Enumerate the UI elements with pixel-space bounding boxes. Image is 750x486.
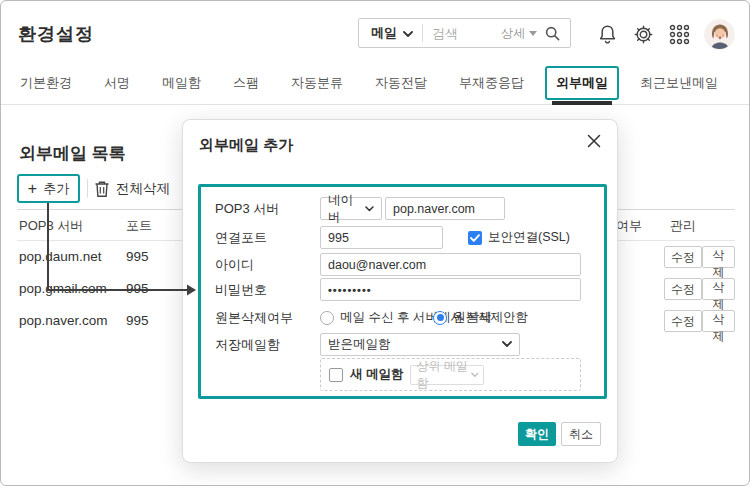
gear-icon xyxy=(633,24,654,45)
chevron-down-icon xyxy=(365,206,374,212)
confirm-button[interactable]: 확인 xyxy=(518,422,556,446)
form-highlight-box: POP3 서버 네이버 연결포트 보안연결(SSL) xyxy=(198,184,607,399)
parent-mailbox-value: 상위 메일함 xyxy=(416,358,470,392)
tab-recent-sent[interactable]: 최근보낸메일 xyxy=(629,66,729,100)
tab-away-reply[interactable]: 부재중응답 xyxy=(448,66,535,100)
advanced-search-label: 상세 xyxy=(501,25,525,42)
mailbox-value: 받은메일함 xyxy=(328,336,391,353)
search-button[interactable] xyxy=(537,26,570,41)
chevron-down-icon xyxy=(403,24,413,42)
edit-button[interactable]: 수정 xyxy=(664,278,702,300)
cell-server: pop.gmail.com xyxy=(19,273,107,305)
tab-mailbox[interactable]: 메일함 xyxy=(151,66,212,100)
add-button-label: 추가 xyxy=(43,180,69,198)
close-icon xyxy=(587,134,601,148)
page-title: 환경설정 xyxy=(18,22,94,46)
id-field-wrap xyxy=(320,253,581,276)
tab-basic[interactable]: 기본환경 xyxy=(9,66,83,100)
server-host-field-wrap xyxy=(385,197,505,220)
tab-spam[interactable]: 스팸 xyxy=(222,66,270,100)
trash-icon xyxy=(94,180,110,198)
cancel-button[interactable]: 취소 xyxy=(561,422,601,446)
id-label: 아이디 xyxy=(215,253,254,276)
cell-port: 995 xyxy=(126,305,149,337)
advanced-search-toggle[interactable]: 상세 xyxy=(501,25,537,42)
divider xyxy=(87,179,88,198)
mailbox-select[interactable]: 받은메일함 xyxy=(320,333,520,356)
user-avatar[interactable] xyxy=(704,19,735,50)
delete-all-button[interactable]: 전체삭제 xyxy=(94,179,170,199)
tab-external-mail[interactable]: 외부메일 xyxy=(545,66,619,100)
list-title: 외부메일 목록 xyxy=(19,142,126,165)
edit-button[interactable]: 수정 xyxy=(664,246,702,268)
notifications-button[interactable] xyxy=(595,22,619,46)
apps-grid-icon xyxy=(669,24,690,45)
plus-icon: + xyxy=(28,181,37,197)
mailbox-label: 저장메일함 xyxy=(215,333,280,356)
cell-port: 995 xyxy=(126,273,149,305)
avatar-image xyxy=(705,20,735,50)
tab-signature[interactable]: 서명 xyxy=(93,66,141,100)
port-label: 연결포트 xyxy=(215,226,267,249)
new-mailbox-area: 새 메일함 상위 메일함 xyxy=(320,358,581,391)
password-field-wrap xyxy=(320,278,581,301)
radio-unselected-icon xyxy=(320,311,334,325)
add-button[interactable]: + 추가 xyxy=(17,174,80,203)
tab-auto-forward[interactable]: 자동전달 xyxy=(364,66,438,100)
add-external-mail-modal: 외부메일 추가 POP3 서버 네이버 연결포트 xyxy=(182,119,618,463)
settings-page: 환경설정 메일 상세 xyxy=(0,0,750,486)
ssl-label: 보안연결(SSL) xyxy=(488,229,570,246)
tab-auto-sort[interactable]: 자동분류 xyxy=(280,66,354,100)
server-host-input[interactable] xyxy=(386,198,504,219)
radio-keep-original[interactable]: 원본삭제안함 xyxy=(433,306,528,329)
search-scope-select[interactable]: 메일 xyxy=(359,24,422,42)
password-input[interactable] xyxy=(321,279,580,300)
new-mailbox-label: 새 메일함 xyxy=(350,366,403,383)
radio-keep-original-label: 원본삭제안함 xyxy=(453,309,528,326)
apps-button[interactable] xyxy=(668,22,692,46)
cell-server: pop.naver.com xyxy=(19,305,108,337)
caret-down-icon xyxy=(529,31,537,36)
delete-all-label: 전체삭제 xyxy=(116,180,170,198)
id-input[interactable] xyxy=(321,254,580,275)
delete-button[interactable]: 삭제 xyxy=(702,310,735,332)
close-button[interactable] xyxy=(584,131,604,151)
cell-port: 995 xyxy=(126,241,149,273)
delete-button[interactable]: 삭제 xyxy=(702,278,735,300)
search-input[interactable] xyxy=(423,26,501,41)
new-mailbox-checkbox[interactable] xyxy=(329,368,343,382)
search-bar: 메일 상세 xyxy=(358,18,571,48)
checkbox-checked-icon xyxy=(468,231,482,245)
modal-actions: 확인 취소 xyxy=(518,422,601,446)
parent-mailbox-select[interactable]: 상위 메일함 xyxy=(410,365,484,385)
column-header-manage: 관리 xyxy=(670,210,696,242)
radio-selected-icon xyxy=(433,311,447,325)
settings-tabs: 기본환경 서명 메일함 스팸 자동분류 자동전달 부재중응답 외부메일 최근보낸… xyxy=(1,61,750,105)
column-header-server: POP3 서버 xyxy=(19,210,83,242)
password-label: 비밀번호 xyxy=(215,278,267,301)
server-provider-select[interactable]: 네이버 xyxy=(320,197,382,220)
server-provider-value: 네이버 xyxy=(328,192,365,226)
modal-title: 외부메일 추가 xyxy=(199,136,293,155)
port-field-wrap xyxy=(320,226,443,249)
chevron-down-icon xyxy=(471,372,479,378)
header-icons xyxy=(595,19,735,49)
chevron-down-icon xyxy=(502,341,512,348)
bell-icon xyxy=(598,24,617,45)
delete-button[interactable]: 삭제 xyxy=(702,246,735,268)
column-header-port: 포트 xyxy=(126,210,152,242)
search-scope-value: 메일 xyxy=(371,24,397,42)
cell-server: pop.daum.net xyxy=(19,241,102,273)
delete-flag-label: 원본삭제여부 xyxy=(215,306,293,329)
ssl-checkbox[interactable]: 보안연결(SSL) xyxy=(468,226,570,249)
search-icon xyxy=(545,26,560,41)
settings-button[interactable] xyxy=(631,22,655,46)
port-input[interactable] xyxy=(321,227,442,248)
server-label: POP3 서버 xyxy=(215,197,279,220)
edit-button[interactable]: 수정 xyxy=(664,310,702,332)
